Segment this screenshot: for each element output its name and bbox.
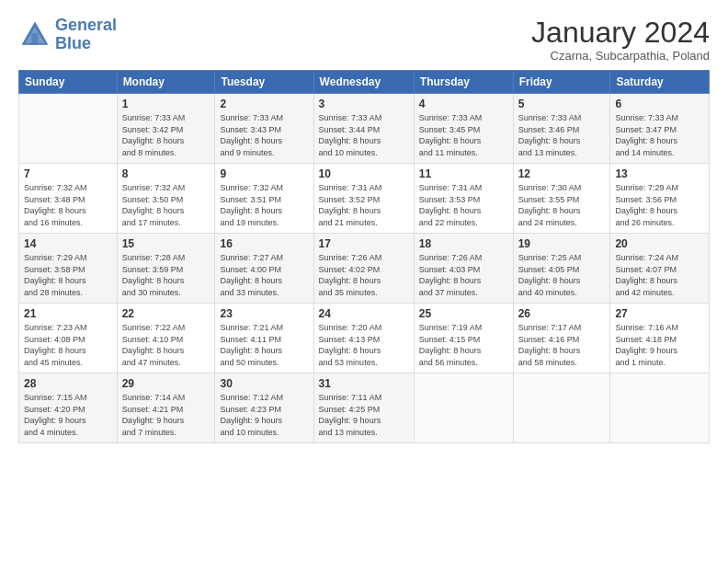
calendar-cell [414, 373, 513, 443]
day-info: Sunrise: 7:15 AMSunset: 4:20 PMDaylight:… [24, 392, 112, 438]
header: General Blue January 2024 Czarna, Subcar… [18, 17, 710, 63]
calendar-cell: 25Sunrise: 7:19 AMSunset: 4:15 PMDayligh… [414, 304, 513, 373]
calendar-header: Sunday Monday Tuesday Wednesday Thursday… [19, 71, 710, 94]
day-number: 16 [220, 237, 308, 250]
svg-rect-2 [31, 33, 38, 45]
day-number: 10 [319, 167, 409, 180]
day-number: 17 [319, 237, 409, 250]
calendar-week-row: 28Sunrise: 7:15 AMSunset: 4:20 PMDayligh… [19, 373, 710, 443]
col-sunday: Sunday [19, 71, 118, 94]
calendar-cell: 4Sunrise: 7:33 AMSunset: 3:45 PMDaylight… [414, 94, 513, 164]
day-info: Sunrise: 7:33 AMSunset: 3:47 PMDaylight:… [615, 112, 704, 158]
calendar-cell: 24Sunrise: 7:20 AMSunset: 4:13 PMDayligh… [313, 304, 414, 373]
day-info: Sunrise: 7:26 AMSunset: 4:02 PMDaylight:… [319, 252, 409, 298]
calendar-cell: 19Sunrise: 7:25 AMSunset: 4:05 PMDayligh… [513, 234, 610, 304]
calendar-cell: 11Sunrise: 7:31 AMSunset: 3:53 PMDayligh… [414, 164, 513, 234]
day-info: Sunrise: 7:23 AMSunset: 4:08 PMDaylight:… [24, 322, 112, 368]
day-number: 24 [319, 307, 409, 320]
calendar-cell: 31Sunrise: 7:11 AMSunset: 4:25 PMDayligh… [313, 373, 414, 443]
col-tuesday: Tuesday [215, 71, 313, 94]
day-info: Sunrise: 7:27 AMSunset: 4:00 PMDaylight:… [220, 252, 308, 298]
calendar-cell [610, 373, 710, 443]
calendar-week-row: 21Sunrise: 7:23 AMSunset: 4:08 PMDayligh… [19, 304, 710, 373]
day-info: Sunrise: 7:29 AMSunset: 3:58 PMDaylight:… [24, 252, 112, 298]
day-info: Sunrise: 7:22 AMSunset: 4:10 PMDaylight:… [122, 322, 210, 368]
month-title: January 2024 [531, 17, 710, 49]
day-info: Sunrise: 7:21 AMSunset: 4:11 PMDaylight:… [220, 322, 308, 368]
calendar-cell: 10Sunrise: 7:31 AMSunset: 3:52 PMDayligh… [313, 164, 414, 234]
calendar-cell: 8Sunrise: 7:32 AMSunset: 3:50 PMDaylight… [117, 164, 215, 234]
day-number: 2 [220, 98, 308, 110]
day-number: 7 [24, 167, 112, 180]
day-number: 14 [24, 237, 112, 250]
day-info: Sunrise: 7:20 AMSunset: 4:13 PMDaylight:… [319, 322, 409, 368]
logo: General Blue [18, 17, 117, 53]
day-info: Sunrise: 7:32 AMSunset: 3:48 PMDaylight:… [24, 182, 112, 228]
day-info: Sunrise: 7:26 AMSunset: 4:03 PMDaylight:… [419, 252, 508, 298]
calendar-cell [513, 373, 610, 443]
day-info: Sunrise: 7:11 AMSunset: 4:25 PMDaylight:… [319, 392, 409, 438]
day-info: Sunrise: 7:33 AMSunset: 3:44 PMDaylight:… [319, 112, 409, 158]
day-number: 23 [220, 307, 308, 320]
day-number: 9 [220, 167, 308, 180]
calendar-cell: 3Sunrise: 7:33 AMSunset: 3:44 PMDaylight… [313, 94, 414, 164]
calendar-cell: 7Sunrise: 7:32 AMSunset: 3:48 PMDaylight… [19, 164, 118, 234]
day-info: Sunrise: 7:16 AMSunset: 4:18 PMDaylight:… [615, 322, 704, 368]
calendar-week-row: 14Sunrise: 7:29 AMSunset: 3:58 PMDayligh… [19, 234, 710, 304]
day-info: Sunrise: 7:33 AMSunset: 3:45 PMDaylight:… [419, 112, 508, 158]
day-number: 29 [122, 377, 210, 390]
calendar-cell [19, 94, 118, 164]
day-info: Sunrise: 7:25 AMSunset: 4:05 PMDaylight:… [518, 252, 606, 298]
day-info: Sunrise: 7:19 AMSunset: 4:15 PMDaylight:… [419, 322, 508, 368]
logo-text: General Blue [55, 17, 117, 53]
calendar-cell: 15Sunrise: 7:28 AMSunset: 3:59 PMDayligh… [117, 234, 215, 304]
calendar-body: 1Sunrise: 7:33 AMSunset: 3:42 PMDaylight… [19, 94, 710, 443]
title-block: January 2024 Czarna, Subcarpathia, Polan… [531, 17, 710, 63]
day-number: 19 [518, 237, 606, 250]
day-number: 15 [122, 237, 210, 250]
day-number: 6 [615, 98, 704, 110]
calendar-cell: 6Sunrise: 7:33 AMSunset: 3:47 PMDaylight… [610, 94, 710, 164]
calendar-cell: 2Sunrise: 7:33 AMSunset: 3:43 PMDaylight… [215, 94, 313, 164]
calendar-cell: 29Sunrise: 7:14 AMSunset: 4:21 PMDayligh… [117, 373, 215, 443]
day-info: Sunrise: 7:32 AMSunset: 3:51 PMDaylight:… [220, 182, 308, 228]
subtitle: Czarna, Subcarpathia, Poland [531, 49, 710, 63]
col-monday: Monday [117, 71, 215, 94]
logo-icon [18, 18, 51, 52]
calendar-cell: 12Sunrise: 7:30 AMSunset: 3:55 PMDayligh… [513, 164, 610, 234]
calendar-cell: 13Sunrise: 7:29 AMSunset: 3:56 PMDayligh… [610, 164, 710, 234]
day-number: 18 [419, 237, 508, 250]
day-info: Sunrise: 7:30 AMSunset: 3:55 PMDaylight:… [518, 182, 606, 228]
calendar-cell: 17Sunrise: 7:26 AMSunset: 4:02 PMDayligh… [313, 234, 414, 304]
day-info: Sunrise: 7:33 AMSunset: 3:43 PMDaylight:… [220, 112, 308, 158]
day-number: 8 [122, 167, 210, 180]
day-number: 5 [518, 98, 606, 110]
calendar-cell: 23Sunrise: 7:21 AMSunset: 4:11 PMDayligh… [215, 304, 313, 373]
day-info: Sunrise: 7:24 AMSunset: 4:07 PMDaylight:… [615, 252, 704, 298]
calendar-cell: 22Sunrise: 7:22 AMSunset: 4:10 PMDayligh… [117, 304, 215, 373]
day-info: Sunrise: 7:12 AMSunset: 4:23 PMDaylight:… [220, 392, 308, 438]
day-number: 25 [419, 307, 508, 320]
day-info: Sunrise: 7:33 AMSunset: 3:46 PMDaylight:… [518, 112, 606, 158]
day-number: 31 [319, 377, 409, 390]
calendar-cell: 20Sunrise: 7:24 AMSunset: 4:07 PMDayligh… [610, 234, 710, 304]
day-info: Sunrise: 7:17 AMSunset: 4:16 PMDaylight:… [518, 322, 606, 368]
col-saturday: Saturday [610, 71, 710, 94]
day-number: 3 [319, 98, 409, 110]
header-row: Sunday Monday Tuesday Wednesday Thursday… [19, 71, 710, 94]
calendar-cell: 26Sunrise: 7:17 AMSunset: 4:16 PMDayligh… [513, 304, 610, 373]
calendar-cell: 14Sunrise: 7:29 AMSunset: 3:58 PMDayligh… [19, 234, 118, 304]
day-number: 12 [518, 167, 606, 180]
day-number: 28 [24, 377, 112, 390]
calendar-table: Sunday Monday Tuesday Wednesday Thursday… [18, 70, 710, 443]
day-number: 21 [24, 307, 112, 320]
calendar-cell: 9Sunrise: 7:32 AMSunset: 3:51 PMDaylight… [215, 164, 313, 234]
day-number: 30 [220, 377, 308, 390]
day-info: Sunrise: 7:33 AMSunset: 3:42 PMDaylight:… [122, 112, 210, 158]
day-info: Sunrise: 7:31 AMSunset: 3:53 PMDaylight:… [419, 182, 508, 228]
calendar-week-row: 7Sunrise: 7:32 AMSunset: 3:48 PMDaylight… [19, 164, 710, 234]
page: General Blue January 2024 Czarna, Subcar… [0, 0, 728, 563]
col-thursday: Thursday [414, 71, 513, 94]
day-number: 13 [615, 167, 704, 180]
calendar-cell: 1Sunrise: 7:33 AMSunset: 3:42 PMDaylight… [117, 94, 215, 164]
